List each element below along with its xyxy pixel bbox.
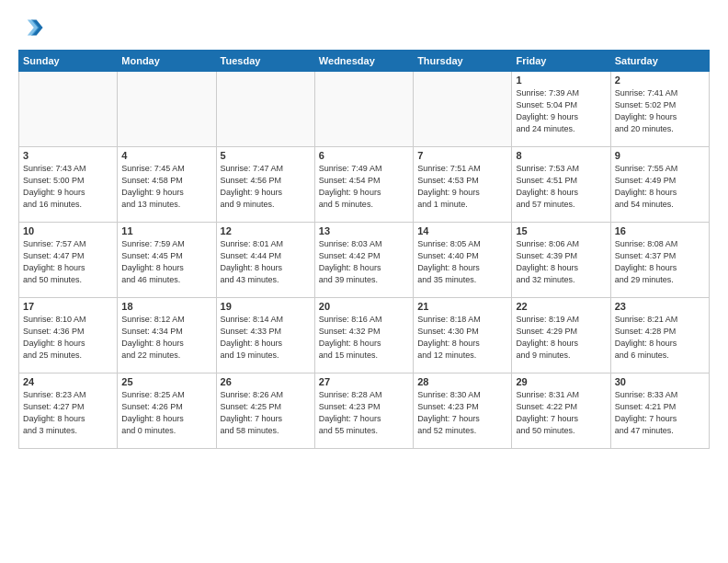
weekday-header-thursday: Thursday	[414, 51, 512, 72]
week-row-3: 10Sunrise: 7:57 AMSunset: 4:47 PMDayligh…	[19, 223, 710, 298]
calendar-cell: 3Sunrise: 7:43 AMSunset: 5:00 PMDaylight…	[19, 147, 118, 223]
calendar-cell: 21Sunrise: 8:18 AMSunset: 4:30 PMDayligh…	[414, 298, 512, 373]
day-info: Sunrise: 8:14 AMSunset: 4:33 PMDaylight:…	[221, 314, 311, 362]
calendar-cell: 25Sunrise: 8:25 AMSunset: 4:26 PMDayligh…	[118, 373, 216, 449]
day-number: 3	[23, 150, 113, 161]
day-number: 11	[121, 225, 211, 236]
day-number: 24	[23, 376, 113, 387]
calendar-cell	[216, 72, 314, 147]
calendar-cell	[414, 72, 512, 147]
day-number: 4	[121, 150, 211, 161]
calendar-cell: 29Sunrise: 8:31 AMSunset: 4:22 PMDayligh…	[512, 373, 610, 449]
day-number: 14	[417, 225, 507, 236]
calendar-cell: 22Sunrise: 8:19 AMSunset: 4:29 PMDayligh…	[512, 298, 610, 373]
page: SundayMondayTuesdayWednesdayThursdayFrid…	[0, 0, 728, 563]
calendar-cell: 27Sunrise: 8:28 AMSunset: 4:23 PMDayligh…	[314, 373, 413, 449]
calendar-cell: 5Sunrise: 7:47 AMSunset: 4:56 PMDaylight…	[216, 147, 314, 223]
day-info: Sunrise: 8:06 AMSunset: 4:39 PMDaylight:…	[516, 238, 606, 286]
weekday-header-wednesday: Wednesday	[314, 51, 413, 72]
logo-icon	[18, 15, 44, 40]
day-info: Sunrise: 7:47 AMSunset: 4:56 PMDaylight:…	[221, 163, 311, 211]
calendar-cell: 10Sunrise: 7:57 AMSunset: 4:47 PMDayligh…	[19, 223, 118, 298]
calendar-cell: 19Sunrise: 8:14 AMSunset: 4:33 PMDayligh…	[216, 298, 314, 373]
weekday-header-saturday: Saturday	[610, 51, 709, 72]
day-number: 5	[221, 150, 311, 161]
day-info: Sunrise: 7:49 AMSunset: 4:54 PMDaylight:…	[319, 163, 409, 211]
day-info: Sunrise: 8:23 AMSunset: 4:27 PMDaylight:…	[23, 389, 113, 437]
day-number: 12	[221, 225, 311, 236]
day-number: 26	[221, 376, 311, 387]
calendar-cell: 2Sunrise: 7:41 AMSunset: 5:02 PMDaylight…	[610, 72, 709, 147]
calendar-cell: 8Sunrise: 7:53 AMSunset: 4:51 PMDaylight…	[512, 147, 610, 223]
calendar-cell: 24Sunrise: 8:23 AMSunset: 4:27 PMDayligh…	[19, 373, 118, 449]
day-info: Sunrise: 7:59 AMSunset: 4:45 PMDaylight:…	[121, 238, 211, 286]
day-info: Sunrise: 8:31 AMSunset: 4:22 PMDaylight:…	[516, 389, 606, 437]
calendar-cell: 30Sunrise: 8:33 AMSunset: 4:21 PMDayligh…	[610, 373, 709, 449]
day-info: Sunrise: 8:03 AMSunset: 4:42 PMDaylight:…	[319, 238, 409, 286]
calendar-cell: 6Sunrise: 7:49 AMSunset: 4:54 PMDaylight…	[314, 147, 413, 223]
calendar-cell: 4Sunrise: 7:45 AMSunset: 4:58 PMDaylight…	[118, 147, 216, 223]
day-info: Sunrise: 7:51 AMSunset: 4:53 PMDaylight:…	[417, 163, 507, 211]
day-number: 9	[615, 150, 705, 161]
day-info: Sunrise: 8:01 AMSunset: 4:44 PMDaylight:…	[221, 238, 311, 286]
day-info: Sunrise: 8:28 AMSunset: 4:23 PMDaylight:…	[319, 389, 409, 437]
day-info: Sunrise: 8:12 AMSunset: 4:34 PMDaylight:…	[121, 314, 211, 362]
calendar-cell: 13Sunrise: 8:03 AMSunset: 4:42 PMDayligh…	[314, 223, 413, 298]
weekday-header-monday: Monday	[118, 51, 216, 72]
calendar-cell	[19, 72, 118, 147]
day-info: Sunrise: 8:08 AMSunset: 4:37 PMDaylight:…	[615, 238, 705, 286]
day-number: 28	[417, 376, 507, 387]
day-info: Sunrise: 7:57 AMSunset: 4:47 PMDaylight:…	[23, 238, 113, 286]
calendar-cell: 14Sunrise: 8:05 AMSunset: 4:40 PMDayligh…	[414, 223, 512, 298]
day-number: 23	[615, 301, 705, 312]
calendar-cell: 28Sunrise: 8:30 AMSunset: 4:23 PMDayligh…	[414, 373, 512, 449]
weekday-header-friday: Friday	[512, 51, 610, 72]
day-number: 25	[121, 376, 211, 387]
day-info: Sunrise: 8:30 AMSunset: 4:23 PMDaylight:…	[417, 389, 507, 437]
day-number: 7	[417, 150, 507, 161]
day-number: 18	[121, 301, 211, 312]
header	[18, 15, 710, 40]
logo	[18, 15, 48, 40]
calendar-cell: 1Sunrise: 7:39 AMSunset: 5:04 PMDaylight…	[512, 72, 610, 147]
day-info: Sunrise: 8:26 AMSunset: 4:25 PMDaylight:…	[221, 389, 311, 437]
calendar-cell	[314, 72, 413, 147]
weekday-header-sunday: Sunday	[19, 51, 118, 72]
week-row-1: 1Sunrise: 7:39 AMSunset: 5:04 PMDaylight…	[19, 72, 710, 147]
week-row-4: 17Sunrise: 8:10 AMSunset: 4:36 PMDayligh…	[19, 298, 710, 373]
day-number: 15	[516, 225, 606, 236]
day-info: Sunrise: 8:21 AMSunset: 4:28 PMDaylight:…	[615, 314, 705, 362]
day-number: 21	[417, 301, 507, 312]
day-number: 13	[319, 225, 409, 236]
day-number: 8	[516, 150, 606, 161]
calendar-cell: 23Sunrise: 8:21 AMSunset: 4:28 PMDayligh…	[610, 298, 709, 373]
day-number: 6	[319, 150, 409, 161]
day-info: Sunrise: 8:25 AMSunset: 4:26 PMDaylight:…	[121, 389, 211, 437]
weekday-header-row: SundayMondayTuesdayWednesdayThursdayFrid…	[19, 51, 710, 72]
calendar-cell: 26Sunrise: 8:26 AMSunset: 4:25 PMDayligh…	[216, 373, 314, 449]
day-info: Sunrise: 7:41 AMSunset: 5:02 PMDaylight:…	[615, 87, 705, 135]
calendar-cell: 7Sunrise: 7:51 AMSunset: 4:53 PMDaylight…	[414, 147, 512, 223]
day-number: 29	[516, 376, 606, 387]
day-number: 20	[319, 301, 409, 312]
calendar-cell: 20Sunrise: 8:16 AMSunset: 4:32 PMDayligh…	[314, 298, 413, 373]
calendar-cell: 18Sunrise: 8:12 AMSunset: 4:34 PMDayligh…	[118, 298, 216, 373]
day-info: Sunrise: 8:19 AMSunset: 4:29 PMDaylight:…	[516, 314, 606, 362]
day-info: Sunrise: 8:16 AMSunset: 4:32 PMDaylight:…	[319, 314, 409, 362]
day-number: 19	[221, 301, 311, 312]
week-row-5: 24Sunrise: 8:23 AMSunset: 4:27 PMDayligh…	[19, 373, 710, 449]
day-info: Sunrise: 8:10 AMSunset: 4:36 PMDaylight:…	[23, 314, 113, 362]
day-number: 1	[516, 75, 606, 86]
day-info: Sunrise: 7:45 AMSunset: 4:58 PMDaylight:…	[121, 163, 211, 211]
calendar-cell: 9Sunrise: 7:55 AMSunset: 4:49 PMDaylight…	[610, 147, 709, 223]
day-info: Sunrise: 7:55 AMSunset: 4:49 PMDaylight:…	[615, 163, 705, 211]
calendar-cell: 16Sunrise: 8:08 AMSunset: 4:37 PMDayligh…	[610, 223, 709, 298]
day-info: Sunrise: 8:05 AMSunset: 4:40 PMDaylight:…	[417, 238, 507, 286]
calendar-cell: 11Sunrise: 7:59 AMSunset: 4:45 PMDayligh…	[118, 223, 216, 298]
day-number: 22	[516, 301, 606, 312]
calendar-cell: 12Sunrise: 8:01 AMSunset: 4:44 PMDayligh…	[216, 223, 314, 298]
calendar-cell: 17Sunrise: 8:10 AMSunset: 4:36 PMDayligh…	[19, 298, 118, 373]
day-number: 2	[615, 75, 705, 86]
day-info: Sunrise: 7:39 AMSunset: 5:04 PMDaylight:…	[516, 87, 606, 135]
day-info: Sunrise: 7:53 AMSunset: 4:51 PMDaylight:…	[516, 163, 606, 211]
